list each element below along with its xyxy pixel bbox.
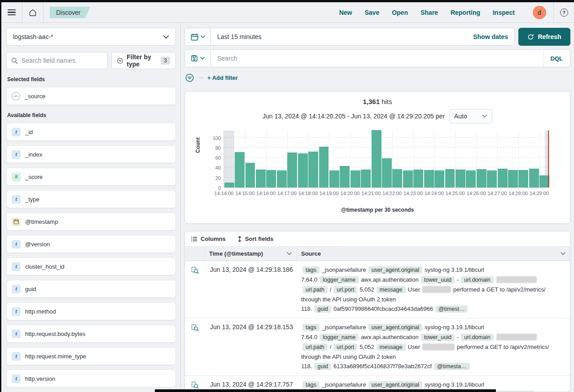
histogram-bar[interactable] — [287, 152, 297, 187]
menu-button[interactable] — [1, 2, 22, 22]
source-field-badge[interactable]: logger_name — [320, 334, 359, 341]
source-field-badge[interactable]: user_agent.original — [368, 324, 422, 331]
date-picker-menu-button[interactable] — [185, 28, 211, 45]
histogram-bar[interactable] — [529, 169, 539, 187]
source-field-badge[interactable]: @timesta… — [434, 363, 469, 370]
columns-button[interactable]: Columns — [191, 235, 226, 242]
histogram-bar[interactable] — [361, 170, 371, 187]
source-field-badge[interactable]: url.path — [302, 344, 328, 351]
histogram-bar[interactable] — [445, 169, 455, 187]
histogram-bar[interactable] — [298, 153, 308, 187]
histogram-bar[interactable] — [508, 170, 518, 187]
histogram-bar[interactable] — [487, 170, 497, 187]
refresh-button[interactable]: Refresh — [518, 28, 570, 46]
histogram-bar[interactable] — [329, 170, 339, 187]
chart-plot-area[interactable]: 02040608010014:14:0014:15:0014:16:0014:1… — [223, 131, 549, 188]
source-field-badge[interactable]: tags — [302, 381, 320, 388]
source-field-badge[interactable]: url.domain — [461, 276, 493, 283]
histogram-bar[interactable] — [308, 152, 318, 187]
histogram-bar[interactable] — [403, 170, 413, 187]
nav-share[interactable]: Share — [421, 9, 438, 16]
interval-select[interactable]: Auto — [449, 109, 492, 123]
source-field-badge[interactable]: user_agent.original — [368, 266, 422, 274]
histogram-bar[interactable] — [498, 169, 508, 187]
histogram-bar[interactable] — [477, 169, 486, 187]
row-time: Jun 13, 2024 @ 14:29:18.186 — [205, 261, 297, 318]
breadcrumb[interactable]: Discover — [50, 7, 90, 18]
source-field-badge[interactable]: tags — [302, 266, 320, 274]
source-column-header[interactable]: Source — [297, 247, 570, 261]
nav-new[interactable]: New — [339, 9, 352, 16]
row-time: Jun 13, 2024 @ 14:29:18.153 — [205, 318, 297, 375]
field-item--id[interactable]: t_id — [6, 123, 176, 141]
sort-fields-button[interactable]: Sort fields — [237, 235, 274, 242]
source-field-badge[interactable]: user_agent.original — [368, 381, 422, 388]
nav-save[interactable]: Save — [364, 9, 379, 16]
histogram-bar[interactable] — [235, 152, 245, 187]
field-search[interactable] — [6, 52, 108, 69]
source-field-badge[interactable]: url.port — [333, 286, 357, 293]
histogram-bar[interactable] — [224, 183, 234, 187]
source-field-badge[interactable]: url.path — [302, 286, 328, 293]
time-column-header[interactable]: Time (@timestamp) — [205, 247, 297, 261]
histogram-bar[interactable] — [372, 130, 381, 187]
source-field-badge[interactable]: url.port — [333, 344, 357, 351]
show-dates-button[interactable]: Show dates — [467, 33, 514, 40]
source-field-badge[interactable]: logger_name — [320, 276, 359, 283]
field-item-http-request-body-bytes[interactable]: thttp.request.body.bytes — [6, 325, 176, 343]
field-item--source[interactable]: </>_source — [6, 87, 176, 105]
query-language-button[interactable]: DQL — [543, 50, 570, 67]
histogram-bar[interactable] — [456, 170, 465, 187]
source-field-badge[interactable]: tower_uuid — [421, 276, 455, 283]
histogram-bar[interactable] — [413, 170, 423, 187]
expand-row-button[interactable] — [191, 266, 199, 318]
histogram-bar[interactable] — [392, 169, 402, 187]
field-item-guid[interactable]: tguid — [6, 280, 176, 298]
source-field-badge[interactable]: @timest… — [435, 305, 468, 313]
histogram-bar[interactable] — [340, 166, 350, 187]
expand-row-button[interactable] — [191, 324, 199, 375]
field-item--version[interactable]: t@version — [6, 235, 176, 253]
field-item-http-method[interactable]: thttp.method — [6, 302, 176, 320]
field-item--timestamp[interactable]: @timestamp — [6, 213, 176, 231]
field-item--index[interactable]: t_index — [6, 145, 176, 163]
x-tick-label: 14:17:00 — [277, 191, 297, 196]
histogram-bar[interactable] — [277, 170, 287, 187]
saved-query-menu-button[interactable] — [185, 50, 211, 67]
filter-menu-icon[interactable] — [185, 74, 194, 82]
time-range-value[interactable]: Last 15 minutes — [211, 33, 467, 40]
source-field-badge[interactable]: guid — [314, 363, 331, 370]
add-filter-button[interactable]: + Add filter — [207, 74, 238, 81]
histogram-bar[interactable] — [382, 158, 392, 187]
source-field-badge[interactable]: guid — [314, 305, 331, 313]
histogram-bar[interactable] — [466, 170, 476, 187]
histogram-bar[interactable] — [245, 163, 255, 187]
index-pattern-select[interactable]: logstash-aac-* — [6, 28, 176, 46]
source-field-badge[interactable]: tags — [302, 324, 320, 331]
field-item--type[interactable]: t_type — [6, 190, 176, 208]
histogram-bar[interactable] — [351, 170, 360, 187]
help-button[interactable]: ? — [553, 2, 574, 22]
source-field-badge[interactable]: tower_uuid — [421, 334, 455, 341]
nav-inspect[interactable]: Inspect — [493, 9, 515, 16]
filter-by-type-button[interactable]: Filter by type 3 — [111, 52, 176, 69]
histogram-bar[interactable] — [434, 170, 444, 187]
nav-open[interactable]: Open — [392, 9, 408, 16]
histogram-bar[interactable] — [256, 170, 266, 187]
source-field-badge[interactable]: url.domain — [461, 334, 493, 341]
field-item-http-version[interactable]: thttp.version — [6, 370, 176, 388]
field-item-http-request-mime-type[interactable]: thttp.request.mime_type — [6, 347, 176, 365]
source-field-badge[interactable]: message — [377, 286, 406, 293]
histogram-bar[interactable] — [266, 170, 276, 187]
nav-reporting[interactable]: Reporting — [451, 9, 480, 16]
search-input[interactable]: Search — [211, 55, 543, 62]
histogram-bar[interactable] — [319, 147, 329, 187]
home-button[interactable] — [22, 2, 43, 22]
source-field-badge[interactable]: message — [377, 344, 406, 351]
histogram-bar[interactable] — [424, 170, 434, 187]
field-search-input[interactable] — [22, 57, 103, 64]
histogram-bar[interactable] — [518, 170, 528, 187]
field-item-cluster-host-id[interactable]: tcluster_host_id — [6, 257, 176, 275]
avatar[interactable]: d — [533, 6, 546, 19]
field-item--score[interactable]: #_score — [6, 168, 176, 186]
